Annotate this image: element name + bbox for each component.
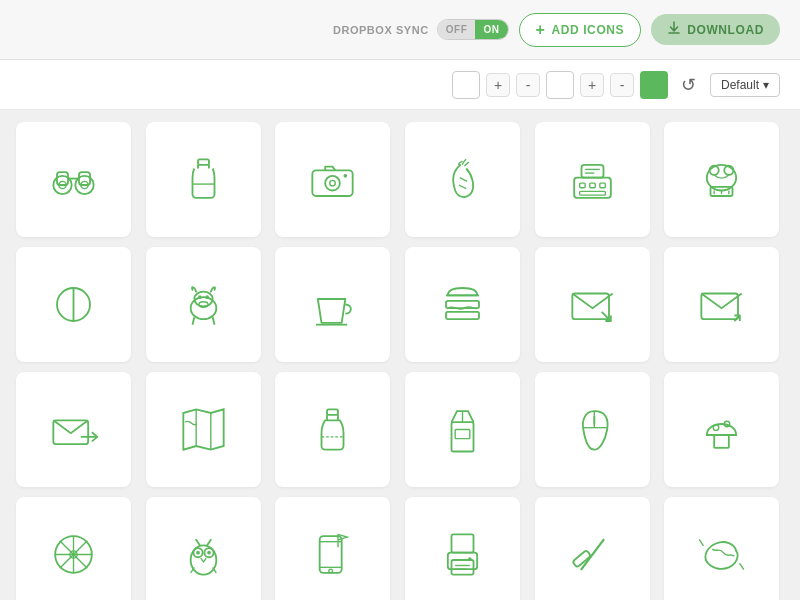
download-icon bbox=[667, 21, 681, 38]
icon-card[interactable] bbox=[275, 247, 390, 362]
icon-card[interactable] bbox=[146, 247, 261, 362]
style-dropdown[interactable]: Default ▾ bbox=[710, 73, 780, 97]
download-button[interactable]: DOWNLOAD bbox=[651, 14, 780, 45]
svg-line-39 bbox=[192, 317, 194, 324]
icon-card[interactable] bbox=[535, 497, 650, 600]
icon-card[interactable] bbox=[405, 497, 520, 600]
icon-card[interactable] bbox=[146, 497, 261, 600]
icon-card[interactable] bbox=[146, 122, 261, 237]
stroke-minus-button[interactable]: - bbox=[516, 73, 540, 97]
svg-rect-43 bbox=[446, 312, 479, 319]
svg-rect-20 bbox=[599, 183, 605, 188]
fill-plus-button[interactable]: + bbox=[580, 73, 604, 97]
svg-point-79 bbox=[207, 551, 211, 555]
svg-rect-11 bbox=[313, 170, 353, 196]
svg-rect-92 bbox=[572, 550, 591, 567]
svg-rect-86 bbox=[451, 534, 473, 552]
svg-rect-7 bbox=[198, 159, 209, 165]
svg-marker-51 bbox=[183, 409, 223, 449]
svg-rect-87 bbox=[451, 560, 473, 575]
stroke-plus-button[interactable]: + bbox=[486, 73, 510, 97]
svg-rect-60 bbox=[455, 430, 470, 439]
toggle-off[interactable]: OFF bbox=[438, 20, 476, 39]
icon-card[interactable] bbox=[275, 122, 390, 237]
icon-card[interactable] bbox=[16, 122, 131, 237]
svg-point-36 bbox=[198, 295, 202, 299]
svg-point-12 bbox=[325, 176, 340, 191]
svg-point-67 bbox=[714, 425, 720, 431]
fill-minus-button[interactable]: - bbox=[610, 73, 634, 97]
svg-line-16 bbox=[459, 185, 466, 189]
icon-card[interactable] bbox=[535, 372, 650, 487]
icon-card[interactable] bbox=[664, 247, 779, 362]
icon-card[interactable] bbox=[16, 372, 131, 487]
icon-grid-area bbox=[0, 110, 800, 600]
download-label: DOWNLOAD bbox=[687, 23, 764, 37]
dropbox-label: DROPBOX SYNC bbox=[333, 24, 429, 36]
svg-line-15 bbox=[460, 178, 467, 182]
svg-line-93 bbox=[700, 540, 704, 546]
icon-card[interactable] bbox=[16, 497, 131, 600]
svg-point-78 bbox=[196, 551, 200, 555]
svg-rect-22 bbox=[581, 165, 603, 178]
toggle-switch[interactable]: OFF ON bbox=[437, 19, 509, 40]
icon-card[interactable] bbox=[146, 372, 261, 487]
icon-card[interactable] bbox=[664, 122, 779, 237]
svg-line-91 bbox=[581, 540, 603, 569]
svg-line-94 bbox=[740, 564, 744, 570]
icon-card[interactable] bbox=[275, 497, 390, 600]
add-icons-label: ADD ICONS bbox=[551, 23, 624, 37]
icon-grid bbox=[16, 122, 784, 600]
icon-card[interactable] bbox=[275, 372, 390, 487]
svg-line-40 bbox=[212, 317, 214, 324]
fill-box[interactable] bbox=[546, 71, 574, 99]
plus-icon: + bbox=[536, 21, 546, 39]
svg-rect-21 bbox=[579, 191, 605, 195]
icon-card[interactable] bbox=[405, 247, 520, 362]
svg-point-13 bbox=[330, 180, 336, 186]
dropdown-label: Default bbox=[721, 78, 759, 92]
stroke-box[interactable] bbox=[452, 71, 480, 99]
toggle-on[interactable]: ON bbox=[475, 20, 507, 39]
svg-rect-19 bbox=[589, 183, 595, 188]
svg-rect-18 bbox=[579, 183, 585, 188]
icon-card[interactable] bbox=[405, 372, 520, 487]
dropbox-sync-label: DROPBOX SYNC OFF ON bbox=[333, 19, 509, 40]
svg-point-83 bbox=[329, 569, 333, 573]
svg-point-14 bbox=[344, 174, 348, 178]
icon-card[interactable] bbox=[664, 372, 779, 487]
svg-point-37 bbox=[205, 295, 209, 299]
toolbar: + - + - ↺ Default ▾ bbox=[0, 60, 800, 110]
icon-card[interactable] bbox=[535, 122, 650, 237]
svg-point-88 bbox=[468, 557, 472, 561]
icon-card[interactable] bbox=[535, 247, 650, 362]
top-bar: DROPBOX SYNC OFF ON + ADD ICONS DOWNLOAD bbox=[0, 0, 800, 60]
chevron-down-icon: ▾ bbox=[763, 78, 769, 92]
icon-card[interactable] bbox=[664, 497, 779, 600]
icon-card[interactable] bbox=[405, 122, 520, 237]
svg-rect-54 bbox=[327, 409, 338, 415]
add-icons-button[interactable]: + ADD ICONS bbox=[519, 13, 642, 47]
icon-card[interactable] bbox=[16, 247, 131, 362]
reset-button[interactable]: ↺ bbox=[674, 70, 704, 100]
color-picker[interactable] bbox=[640, 71, 668, 99]
